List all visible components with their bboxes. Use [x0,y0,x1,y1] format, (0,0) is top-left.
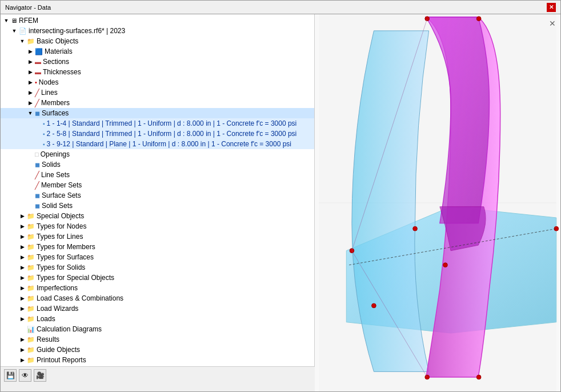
expand-lines[interactable]: ▶ [27,89,34,96]
view-button[interactable]: 👁 [19,369,31,382]
bottom-toolbar: 💾 👁 🎥 [1,366,315,383]
tree-load-wizards[interactable]: ▶ 📁 Load Wizards [1,303,314,314]
tree-surface-1[interactable]: ▪ 1 - 1-4 | Standard | Trimmed | 1 - Uni… [1,118,314,129]
tree-sections[interactable]: ▶ ▬ Sections [1,57,314,67]
tree-surface-sets[interactable]: ◼ Surface Sets [1,190,314,201]
types-nodes-icon: 📁 [27,223,35,230]
expand-load-cases[interactable]: ▶ [19,295,26,302]
tree-surfaces[interactable]: ▼ ◼ Surfaces [1,108,314,118]
tree-guide-objects[interactable]: ▶ 📁 Guide Objects [1,345,314,355]
members-icon: ╱ [35,99,39,107]
expand-guide[interactable]: ▶ [19,346,26,353]
tree-surface-3[interactable]: ▪ 3 - 9-12 | Standard | Plane | 1 - Unif… [1,139,314,149]
tree-openings[interactable]: □ Openings [1,149,314,159]
tree-types-special[interactable]: ▶ 📁 Types for Special Objects [1,273,314,283]
expand-rfem[interactable]: ▼ [3,17,10,24]
loads-icon: 📁 [27,315,35,323]
solids-icon: ◼ [35,161,40,169]
expand-imperfections[interactable]: ▶ [19,285,26,291]
expand-basic[interactable]: ▼ [19,38,26,45]
rfem-label: RFEM [19,17,38,25]
navigator-tree[interactable]: ▼ 🖥 RFEM ▼ 📄 intersecting-surfaces.rf6* … [1,14,315,366]
solids-label: Solids [42,161,61,169]
tree-load-cases[interactable]: ▶ 📁 Load Cases & Combinations [1,293,314,303]
tree-results[interactable]: ▶ 📁 Results [1,334,314,345]
expand-types-special[interactable]: ▶ [19,274,26,281]
svg-point-7 [476,375,481,379]
tree-types-nodes[interactable]: ▶ 📁 Types for Nodes [1,221,314,231]
solidsets-label: Solid Sets [42,202,73,210]
expand-members[interactable]: ▶ [27,99,34,106]
title-bar: Navigator - Data ✕ [0,0,561,14]
tree-root-rfem[interactable]: ▼ 🖥 RFEM [1,15,314,26]
imperfections-label: Imperfections [37,284,78,292]
expand-types-surfaces[interactable]: ▶ [19,254,26,261]
camera-button[interactable]: 🎥 [34,369,46,382]
3d-viewport: ✕ ✕ ✕ ✕ [315,14,560,391]
types-special-icon: 📁 [27,274,35,282]
expand-file[interactable]: ▼ [11,27,18,34]
load-wizards-icon: 📁 [27,305,35,313]
tree-lines[interactable]: ▶ ╱ Lines [1,87,314,98]
guide-label: Guide Objects [37,346,80,354]
tree-imperfections[interactable]: ▶ 📁 Imperfections [1,283,314,293]
types-surfaces-label: Types for Surfaces [37,253,94,261]
tree-members[interactable]: ▶ ╱ Members [1,98,314,108]
tree-file[interactable]: ▼ 📄 intersecting-surfaces.rf6* | 2023 [1,26,314,36]
thicknesses-icon: ▬ [35,69,41,75]
save-button[interactable]: 💾 [4,369,17,382]
expand-load-wizards[interactable]: ▶ [19,305,26,312]
expand-types-members[interactable]: ▶ [19,243,26,250]
types-members-label: Types for Members [37,243,95,251]
expand-types-nodes[interactable]: ▶ [19,223,26,230]
calc-icon: 📊 [27,326,35,333]
surface-3-icon: ▪ [43,141,45,147]
expand-types-solids[interactable]: ▶ [19,264,26,271]
tree-types-surfaces[interactable]: ▶ 📁 Types for Surfaces [1,252,314,262]
expand-sections[interactable]: ▶ [27,58,34,65]
expand-loads[interactable]: ▶ [19,315,26,322]
thicknesses-label: Thicknesses [43,68,81,76]
linesets-label: Line Sets [41,171,70,179]
load-cases-label: Load Cases & Combinations [37,294,123,302]
tree-types-solids[interactable]: ▶ 📁 Types for Solids [1,262,314,273]
tree-types-members[interactable]: ▶ 📁 Types for Members [1,242,314,252]
calc-label: Calculation Diagrams [37,325,102,333]
svg-point-10 [372,303,376,308]
tree-printout[interactable]: ▶ 📁 Printout Reports [1,355,314,365]
sections-label: Sections [43,58,69,66]
expand-results[interactable]: ▶ [19,336,26,343]
tree-solids[interactable]: ◼ Solids [1,159,314,170]
tree-line-sets[interactable]: ╱ Line Sets [1,170,314,180]
linesets-icon: ╱ [35,171,39,179]
surface-2-icon: ▪ [43,131,45,137]
close-button[interactable]: ✕ [547,3,556,12]
tree-solid-sets[interactable]: ◼ Solid Sets [1,201,314,211]
tree-calc-diagrams[interactable]: 📊 Calculation Diagrams [1,324,314,334]
expand-thicknesses[interactable]: ▶ [27,69,34,75]
membersets-label: Member Sets [41,181,82,189]
tree-loads[interactable]: ▶ 📁 Loads [1,314,314,324]
expand-nodes[interactable]: ▶ [27,79,34,86]
types-nodes-label: Types for Nodes [37,222,86,230]
expand-printout[interactable]: ▶ [19,357,26,363]
viewport-close[interactable]: ✕ [549,19,556,28]
expand-surfaces[interactable]: ▼ [27,110,34,117]
openings-icon: □ [35,151,39,158]
types-lines-label: Types for Lines [37,233,83,241]
tree-member-sets[interactable]: ╱ Member Sets [1,180,314,190]
tree-surface-2[interactable]: ▪ 2 - 5-8 | Standard | Trimmed | 1 - Uni… [1,129,314,139]
file-label: intersecting-surfaces.rf6* | 2023 [29,27,125,35]
tree-basic-objects[interactable]: ▼ 📁 Basic Objects [1,36,314,46]
tree-special[interactable]: ▶ 📁 Special Objects [1,211,314,221]
types-special-label: Types for Special Objects [37,274,114,282]
tree-materials[interactable]: ▶ 🟦 Materials [1,46,314,57]
expand-materials[interactable]: ▶ [27,48,34,55]
tree-nodes[interactable]: ▶ • Nodes [1,77,314,87]
tree-thicknesses[interactable]: ▶ ▬ Thicknesses [1,67,314,77]
svg-point-9 [443,263,448,267]
expand-special[interactable]: ▶ [19,213,26,219]
surface-2-label: 2 - 5-8 | Standard | Trimmed | 1 - Unifo… [47,130,297,138]
expand-types-lines[interactable]: ▶ [19,233,26,240]
tree-types-lines[interactable]: ▶ 📁 Types for Lines [1,231,314,242]
